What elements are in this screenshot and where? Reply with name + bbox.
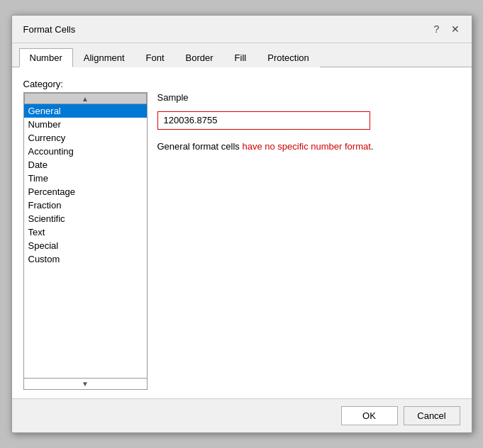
description-text-before: General format cells: [157, 141, 243, 152]
category-item-currency[interactable]: Currency: [24, 131, 147, 145]
category-item-time[interactable]: Time: [24, 172, 147, 185]
tab-alignment[interactable]: Alignment: [73, 48, 135, 67]
category-list: General Number Currency Accounting Date …: [24, 104, 147, 378]
category-item-number[interactable]: Number: [24, 118, 147, 131]
category-item-date[interactable]: Date: [24, 158, 147, 172]
tab-border[interactable]: Border: [175, 48, 224, 67]
category-label: Category:: [23, 79, 460, 89]
tab-protection[interactable]: Protection: [257, 48, 320, 67]
category-item-text[interactable]: Text: [24, 225, 147, 239]
right-panel: Sample 120036.8755 General format cells …: [157, 92, 460, 390]
category-item-scientific[interactable]: Scientific: [24, 212, 147, 225]
dialog-body: Category: ▲ General Number Currency Acco…: [12, 67, 472, 398]
category-list-container: ▲ General Number Currency Accounting Dat…: [23, 92, 148, 390]
description-text-red: have no specific number format: [242, 141, 370, 152]
sample-label: Sample: [157, 92, 460, 103]
dialog-footer: OK Cancel: [12, 398, 472, 432]
tab-font[interactable]: Font: [135, 48, 175, 67]
title-bar-buttons: ? ✕: [429, 21, 463, 37]
tab-fill[interactable]: Fill: [224, 48, 257, 67]
ok-button[interactable]: OK: [341, 406, 398, 425]
description: General format cells have no specific nu…: [157, 140, 460, 154]
dialog-title: Format Cells: [23, 24, 76, 35]
category-item-general[interactable]: General: [24, 104, 147, 118]
sample-value: 120036.8755: [157, 111, 370, 130]
category-item-percentage[interactable]: Percentage: [24, 185, 147, 198]
tabs-bar: Number Alignment Font Border Fill Protec…: [12, 43, 472, 67]
help-button[interactable]: ?: [429, 21, 445, 37]
format-cells-dialog: Format Cells ? ✕ Number Alignment Font B…: [11, 15, 472, 433]
cancel-button[interactable]: Cancel: [404, 406, 460, 425]
content-area: ▲ General Number Currency Accounting Dat…: [23, 92, 460, 390]
tab-number[interactable]: Number: [19, 48, 73, 67]
category-item-custom[interactable]: Custom: [24, 252, 147, 266]
category-item-fraction[interactable]: Fraction: [24, 198, 147, 212]
close-button[interactable]: ✕: [448, 21, 463, 37]
scrollbar-up-button[interactable]: ▲: [24, 93, 147, 104]
category-item-accounting[interactable]: Accounting: [24, 145, 147, 158]
category-item-special[interactable]: Special: [24, 239, 147, 252]
scrollbar-down-button[interactable]: ▼: [24, 378, 147, 389]
title-bar: Format Cells ? ✕: [12, 16, 472, 43]
description-text-after: .: [371, 141, 374, 152]
